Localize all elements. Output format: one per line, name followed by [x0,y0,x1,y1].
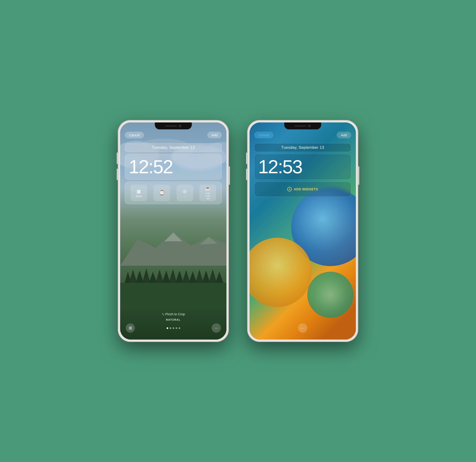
add-widgets-label: ADD WIDGETS [294,187,318,191]
phone-2: Cancel Add Tuesday, September 13 12:53 +… [247,120,358,342]
svg-marker-18 [189,271,197,283]
svg-marker-9 [129,269,137,283]
pinch-label: ⤡ Pinch to Crop [126,312,221,316]
widget-ring-icon: ◎ [183,188,187,194]
widget-none[interactable]: ▦ None [131,185,147,201]
add-button[interactable]: Add [337,132,351,138]
date-bar-2: Tuesday, September 13 [254,143,351,152]
more-icon: ··· [214,326,218,331]
more-button-2[interactable]: ··· [298,323,307,333]
page-dots [167,327,180,329]
widget-cup-icon: ☕ [205,185,211,192]
svg-marker-16 [176,270,184,283]
cancel-button[interactable]: Cancel [125,132,144,138]
time-block[interactable]: 12:52 [125,154,222,180]
svg-marker-19 [196,269,204,283]
plus-icon: + [287,187,292,192]
notch [155,122,192,129]
svg-marker-14 [162,270,170,283]
phone2-top-buttons: Cancel Add [250,132,356,138]
filter-label: NATURAL [126,318,221,321]
svg-marker-22 [215,272,223,283]
phone1-bottom-bar: ⤡ Pinch to Crop NATURAL ⊞ ··· [120,312,226,340]
svg-marker-21 [209,269,217,283]
svg-marker-20 [202,270,210,283]
svg-marker-13 [155,269,164,283]
widget-cup-label: CUP [206,192,210,195]
date-bar: Tuesday, September 13 [125,143,222,152]
widget-ring-label: — [184,195,186,197]
speaker [295,126,306,126]
orb-teal [307,272,354,318]
time-display-2: 12:53 [258,157,347,176]
gallery-button[interactable]: ⊞ [126,323,135,333]
dot-1 [167,327,168,329]
volume-up-button[interactable] [246,152,247,164]
volume-down-button[interactable] [246,169,247,180]
volume-down-button[interactable] [117,169,118,180]
camera [308,125,311,127]
gallery-icon: ⊞ [129,326,132,331]
svg-marker-15 [169,269,177,283]
date-text: Tuesday, September 13 [152,145,195,150]
phone2-screen: Cancel Add Tuesday, September 13 12:53 +… [250,122,356,340]
widget-none-icon: ▦ [136,188,141,194]
widget-cup-time: 10:52 [205,195,211,198]
widget-ring[interactable]: ◎ — [177,185,193,201]
time-display: 12:52 [129,157,218,176]
widget-watch[interactable]: ⌚ [153,185,170,201]
svg-marker-17 [182,270,190,283]
power-button[interactable] [358,166,359,185]
dots-row: ⊞ ··· [126,323,221,333]
svg-marker-12 [149,272,157,283]
widget-watch-icon: ⌚ [159,190,165,195]
volume-up-button[interactable] [117,152,118,164]
camera [178,125,181,127]
cancel-button[interactable]: Cancel [254,132,273,138]
speaker [165,126,177,126]
widgets-row[interactable]: ▦ None ⌚ ◎ — ☕ CUP 10:52 AM [125,182,222,204]
trees [120,259,226,305]
date-text-2: Tuesday, September 13 [281,145,324,150]
more-icon-2: ··· [301,326,305,331]
dot-4 [176,327,177,329]
notch [284,122,321,129]
add-button[interactable]: Add [207,132,222,138]
add-widgets-button[interactable]: + ADD WIDGETS [254,182,351,197]
svg-marker-10 [136,270,144,283]
widget-none-label: None [136,195,142,198]
svg-rect-7 [120,283,226,305]
more-button[interactable]: ··· [212,323,221,333]
power-button[interactable] [229,166,230,185]
time-block-2[interactable]: 12:53 [254,154,351,180]
phone1-screen: Cancel Add Tuesday, September 13 12:52 ▦ [120,122,226,340]
svg-marker-11 [142,269,150,283]
svg-marker-5 [164,232,182,241]
dot-2 [170,327,171,329]
phone2-bottom: ··· [250,323,356,333]
phone1-top-buttons: Cancel Add [120,132,226,138]
dot-3 [173,327,174,329]
widget-cup[interactable]: ☕ CUP 10:52 AM [199,185,216,201]
phone-1: Cancel Add Tuesday, September 13 12:52 ▦ [118,120,229,342]
dot-5 [178,327,180,329]
widget-cup-ampm: AM [206,198,210,200]
